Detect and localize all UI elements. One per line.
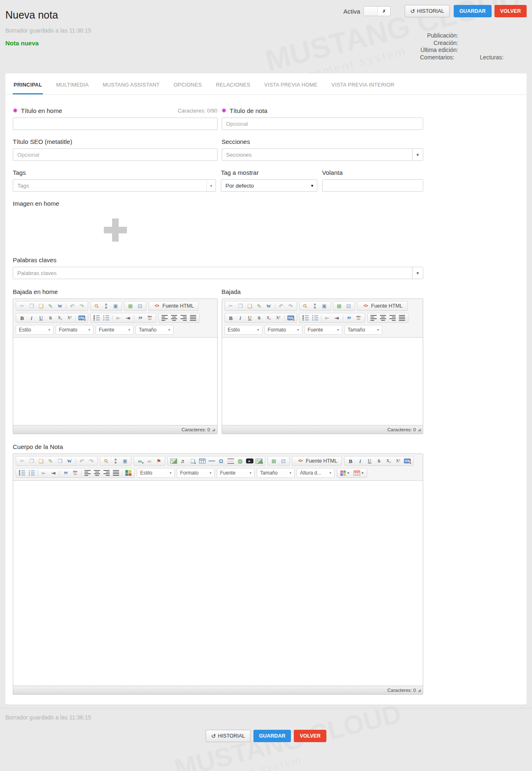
titulo-seo-input[interactable] [13, 148, 218, 161]
sup-button[interactable] [274, 314, 283, 322]
paste-text-button[interactable] [46, 302, 55, 310]
div-button[interactable] [145, 314, 155, 322]
undo-button[interactable] [277, 302, 286, 310]
media-button[interactable] [178, 457, 188, 465]
anchor-button[interactable] [154, 457, 164, 465]
indent-button[interactable] [332, 314, 342, 322]
fuente-dropdown[interactable]: Fuente▾ [217, 468, 255, 478]
grid-colors-dropdown-button[interactable]: ▾ [338, 469, 352, 477]
quote-button[interactable] [345, 314, 354, 322]
paste-button[interactable] [245, 302, 255, 310]
quote-button[interactable] [136, 314, 145, 322]
redo-button[interactable] [77, 302, 87, 310]
tab-relaciones[interactable]: RELACIONES [215, 73, 251, 94]
tag-a-mostrar-select[interactable]: Por defecto ▾ [221, 179, 317, 192]
tab-principal[interactable]: PRINCIPAL [13, 73, 43, 94]
tab-vista-previa-interior[interactable]: VISTA PREVIA INTERIOR [331, 73, 396, 94]
bold-button[interactable] [346, 457, 355, 465]
resize-handle-icon[interactable]: ◢ [418, 428, 421, 432]
cleanup-button[interactable] [403, 457, 412, 465]
titulo-en-home-input[interactable] [13, 118, 218, 130]
outdent-button[interactable] [323, 314, 332, 322]
formato-dropdown[interactable]: Formato▾ [265, 325, 302, 335]
table-button[interactable] [197, 457, 207, 465]
strike-button[interactable] [255, 314, 264, 322]
ul-button[interactable] [310, 314, 320, 322]
italic-button[interactable] [355, 457, 365, 465]
estilo-dropdown[interactable]: Estilo▾ [16, 325, 54, 335]
altura-dropdown[interactable]: Altura d...▾ [297, 468, 335, 478]
strike-button[interactable] [374, 457, 384, 465]
secciones-dropdown-button[interactable]: ▾ [412, 149, 423, 160]
div-button[interactable] [354, 314, 363, 322]
link-button[interactable] [135, 457, 145, 465]
fuente-html-button[interactable]: Fuente HTML [359, 302, 406, 310]
copy-button[interactable] [236, 302, 245, 310]
volver-button[interactable]: VOLVER [495, 5, 527, 17]
estilo-dropdown[interactable]: Estilo▾ [137, 468, 175, 478]
align-left-button[interactable] [83, 469, 92, 477]
historial-button[interactable]: ↺ HISTORIAL [206, 730, 251, 742]
image-plus-button[interactable] [254, 457, 264, 465]
tamano-dropdown[interactable]: Tamaño▾ [345, 325, 382, 335]
undo-button[interactable] [77, 457, 87, 465]
align-justify-button[interactable] [188, 314, 198, 322]
find-button[interactable] [301, 302, 310, 310]
copy-button[interactable] [27, 302, 36, 310]
fuente-dropdown[interactable]: Fuente▾ [96, 325, 134, 335]
tab-multimedia[interactable]: MULTIMEDIA [55, 73, 89, 94]
bold-button[interactable] [226, 314, 236, 322]
maximize-button[interactable] [335, 302, 344, 310]
select-all-button[interactable] [320, 302, 329, 310]
fuente-html-button[interactable]: Fuente HTML [150, 302, 197, 310]
italic-button[interactable] [236, 314, 245, 322]
guardar-button[interactable]: GUARDAR [253, 730, 291, 742]
div-button[interactable] [70, 469, 80, 477]
sub-button[interactable] [264, 314, 274, 322]
cleanup-button[interactable] [77, 314, 87, 322]
redo-button[interactable] [286, 302, 295, 310]
redo-button[interactable] [87, 457, 96, 465]
bajada-en-home-editor-content[interactable] [13, 338, 217, 425]
sub-button[interactable] [384, 457, 393, 465]
show-blocks-button[interactable] [279, 457, 288, 465]
ul-button[interactable] [101, 314, 111, 322]
secciones-select[interactable]: Secciones ▾ [222, 148, 424, 161]
paste-button[interactable] [36, 457, 46, 465]
replace-button[interactable] [111, 457, 120, 465]
pagebreak-button[interactable] [226, 457, 235, 465]
copy-button[interactable] [27, 457, 36, 465]
tab-opciones[interactable]: OPCIONES [173, 73, 202, 94]
fuente-dropdown[interactable]: Fuente▾ [305, 325, 342, 335]
hr-button[interactable] [207, 457, 216, 465]
ul-button[interactable] [27, 469, 36, 477]
underline-button[interactable] [36, 314, 46, 322]
align-center-button[interactable] [92, 469, 102, 477]
palabras-claves-dropdown-button[interactable]: ▾ [412, 267, 423, 279]
historial-button[interactable]: ↺ HISTORIAL [405, 5, 450, 17]
table-red-dropdown-button[interactable]: ▾ [352, 469, 366, 477]
replace-button[interactable] [310, 302, 320, 310]
tags-dropdown-button[interactable]: ▾ [206, 180, 216, 191]
select-all-button[interactable] [111, 302, 120, 310]
align-justify-button[interactable] [111, 469, 121, 477]
sup-button[interactable] [65, 314, 74, 322]
paste-word-button[interactable] [65, 457, 74, 465]
replace-button[interactable] [101, 302, 111, 310]
outdent-button[interactable] [114, 314, 123, 322]
paste-word-button[interactable] [55, 302, 65, 310]
cut-button[interactable] [17, 457, 27, 465]
cleanup-button[interactable] [286, 314, 295, 322]
doc-plus-button[interactable] [188, 457, 197, 465]
align-center-button[interactable] [169, 314, 179, 322]
maps-button[interactable] [124, 469, 133, 477]
fuente-html-button[interactable]: Fuente HTML [293, 457, 340, 465]
align-justify-button[interactable] [397, 314, 407, 322]
tamano-dropdown[interactable]: Tamaño▾ [136, 325, 173, 335]
volanta-input[interactable] [322, 179, 424, 192]
guardar-button[interactable]: GUARDAR [454, 5, 492, 17]
underline-button[interactable] [365, 457, 374, 465]
paste-text-button[interactable] [255, 302, 264, 310]
bold-button[interactable] [17, 314, 27, 322]
show-blocks-button[interactable] [344, 302, 354, 310]
